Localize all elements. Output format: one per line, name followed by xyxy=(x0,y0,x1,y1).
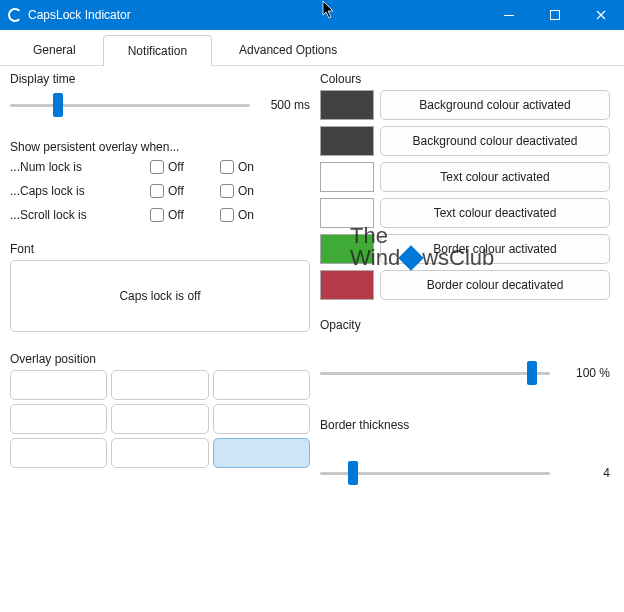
border-deactivated-button[interactable]: Border colour decativated xyxy=(380,270,610,300)
colours-title: Colours xyxy=(320,72,610,86)
tab-general[interactable]: General xyxy=(8,34,101,65)
display-time-slider[interactable] xyxy=(10,90,250,120)
bg-deactivated-button[interactable]: Background colour deactivated xyxy=(380,126,610,156)
colours-group: Colours Background colour activated Back… xyxy=(320,72,610,306)
border-slider[interactable] xyxy=(320,458,550,488)
text-deactivated-button[interactable]: Text colour deactivated xyxy=(380,198,610,228)
window-title: CapsLock Indicator xyxy=(28,8,131,22)
tab-notification[interactable]: Notification xyxy=(103,35,212,66)
tab-bar: General Notification Advanced Options xyxy=(0,30,624,66)
text-activated-button[interactable]: Text colour activated xyxy=(380,162,610,192)
maximize-button[interactable] xyxy=(532,0,578,30)
numlock-off-checkbox[interactable]: Off xyxy=(150,160,220,174)
opacity-group: Opacity 100 % xyxy=(320,318,610,388)
border-thumb[interactable] xyxy=(348,461,358,485)
border-title: Border thickness xyxy=(320,418,610,432)
pos-bottom-right[interactable] xyxy=(213,438,310,468)
pos-top-left[interactable] xyxy=(10,370,107,400)
pos-top-right[interactable] xyxy=(213,370,310,400)
capslock-off-checkbox[interactable]: Off xyxy=(150,184,220,198)
scrolllock-on-checkbox[interactable]: On xyxy=(220,208,290,222)
text-activated-swatch[interactable] xyxy=(320,162,374,192)
capslock-label: ...Caps lock is xyxy=(10,184,150,198)
pos-top-center[interactable] xyxy=(111,370,208,400)
opacity-value: 100 % xyxy=(558,366,610,380)
pos-middle-center[interactable] xyxy=(111,404,208,434)
scrolllock-off-checkbox[interactable]: Off xyxy=(150,208,220,222)
minimize-button[interactable] xyxy=(486,0,532,30)
font-group: Font Caps lock is off xyxy=(10,242,310,332)
scrolllock-label: ...Scroll lock is xyxy=(10,208,150,222)
pos-middle-left[interactable] xyxy=(10,404,107,434)
opacity-title: Opacity xyxy=(320,318,610,332)
border-thickness-group: Border thickness 4 xyxy=(320,418,610,488)
border-activated-button[interactable]: Border colour activated xyxy=(380,234,610,264)
persistent-overlay-group: Show persistent overlay when... ...Num l… xyxy=(10,126,310,222)
numlock-label: ...Num lock is xyxy=(10,160,150,174)
bg-activated-button[interactable]: Background colour activated xyxy=(380,90,610,120)
border-deactivated-swatch[interactable] xyxy=(320,270,374,300)
tab-advanced[interactable]: Advanced Options xyxy=(214,34,362,65)
pos-bottom-left[interactable] xyxy=(10,438,107,468)
display-time-value: 500 ms xyxy=(258,98,310,112)
opacity-thumb[interactable] xyxy=(527,361,537,385)
bg-activated-swatch[interactable] xyxy=(320,90,374,120)
display-time-group: Display time 500 ms xyxy=(10,72,310,120)
pos-middle-right[interactable] xyxy=(213,404,310,434)
font-preview-button[interactable]: Caps lock is off xyxy=(10,260,310,332)
position-group: Overlay position xyxy=(10,352,310,468)
display-time-title: Display time xyxy=(10,72,310,86)
font-title: Font xyxy=(10,242,310,256)
bg-deactivated-swatch[interactable] xyxy=(320,126,374,156)
pos-bottom-center[interactable] xyxy=(111,438,208,468)
text-deactivated-swatch[interactable] xyxy=(320,198,374,228)
position-title: Overlay position xyxy=(10,352,310,366)
persistent-title: Show persistent overlay when... xyxy=(10,140,310,154)
font-sample-text: Caps lock is off xyxy=(119,289,200,303)
border-value: 4 xyxy=(558,466,610,480)
capslock-on-checkbox[interactable]: On xyxy=(220,184,290,198)
app-icon xyxy=(8,8,22,22)
close-icon xyxy=(596,10,606,20)
display-time-thumb[interactable] xyxy=(53,93,63,117)
titlebar: CapsLock Indicator xyxy=(0,0,624,30)
close-button[interactable] xyxy=(578,0,624,30)
numlock-on-checkbox[interactable]: On xyxy=(220,160,290,174)
border-activated-swatch[interactable] xyxy=(320,234,374,264)
opacity-slider[interactable] xyxy=(320,358,550,388)
